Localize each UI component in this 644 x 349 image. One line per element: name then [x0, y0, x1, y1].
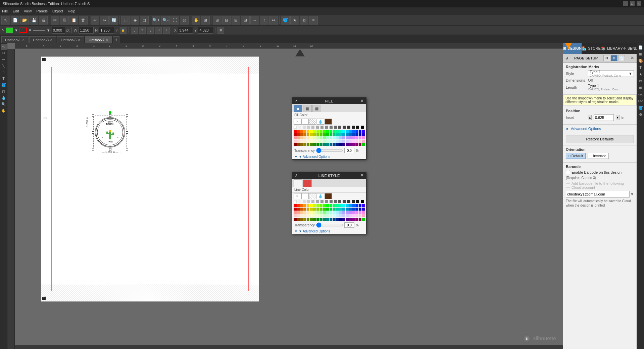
add-button[interactable]: ⊞: [201, 16, 210, 25]
ls-r4[interactable]: [303, 204, 306, 207]
ls-gray-4[interactable]: [311, 200, 314, 203]
ls-r18[interactable]: [349, 204, 352, 207]
inset-increase-button[interactable]: ▼: [616, 115, 620, 120]
ls-r2-13[interactable]: [333, 208, 336, 211]
sg-15[interactable]: [339, 143, 342, 146]
swatch-gray-8[interactable]: [330, 126, 333, 129]
menu-help[interactable]: Help: [68, 9, 76, 13]
s-r3-15[interactable]: [339, 136, 342, 139]
s-r3-13[interactable]: [333, 136, 336, 139]
ls-gray-10[interactable]: [338, 200, 341, 203]
lsg-1[interactable]: [294, 218, 297, 221]
align-tr-button[interactable]: ⌟: [147, 27, 154, 34]
s-r3-3[interactable]: [300, 136, 303, 139]
s-r4-16[interactable]: [342, 140, 345, 143]
close-button[interactable]: ✕: [637, 1, 641, 6]
fill-pattern-swatch[interactable]: [309, 119, 316, 125]
ls-r3-19[interactable]: [352, 211, 355, 214]
inset-value-input[interactable]: [594, 114, 614, 121]
open-button[interactable]: 📂: [20, 16, 29, 25]
ls-r11[interactable]: [326, 204, 329, 207]
sg-16[interactable]: [342, 143, 345, 146]
menu-edit[interactable]: Edit: [13, 9, 19, 13]
s-r4-14[interactable]: [336, 140, 339, 143]
ls-r2-18[interactable]: [349, 208, 352, 211]
ls-gray-0[interactable]: [294, 200, 297, 203]
line-tool[interactable]: ╲: [1, 63, 7, 69]
s-r9[interactable]: [320, 130, 323, 133]
sg-13[interactable]: [333, 143, 336, 146]
typography-icon[interactable]: T: [638, 64, 644, 71]
ls-r2-4[interactable]: [303, 208, 306, 211]
more-options-button[interactable]: ⊞: [217, 27, 224, 34]
line-tab-colored[interactable]: —: [303, 179, 312, 187]
ls-r3-17[interactable]: [346, 211, 349, 214]
width-input[interactable]: [79, 27, 94, 34]
layers-icon[interactable]: ⧉: [638, 78, 644, 84]
repeat-button[interactable]: 🔄: [109, 16, 118, 25]
sg-11[interactable]: [326, 143, 329, 146]
page-setup-icon[interactable]: 📄: [638, 44, 644, 50]
ls-gray-2[interactable]: [303, 200, 306, 203]
s-r2-4[interactable]: [303, 133, 306, 136]
cut-button[interactable]: ✂: [51, 16, 59, 25]
ls-r3-10[interactable]: [323, 211, 326, 214]
s-r3-16[interactable]: [342, 136, 345, 139]
swatch-gray-3[interactable]: [307, 126, 310, 129]
ls-r19[interactable]: [352, 204, 355, 207]
sg-10[interactable]: [323, 143, 326, 146]
s-r8[interactable]: [316, 130, 319, 133]
sg-21[interactable]: [359, 143, 362, 146]
line-transparency-slider[interactable]: [316, 223, 343, 227]
ls-r10[interactable]: [323, 204, 326, 207]
s-r2-12[interactable]: [330, 133, 333, 136]
swatch-gray-10[interactable]: [338, 126, 341, 129]
ls-r3-8[interactable]: [316, 211, 319, 214]
cloud-account-input[interactable]: [566, 191, 630, 198]
s-r4-8[interactable]: [316, 140, 319, 143]
s-r2-2[interactable]: [297, 133, 300, 136]
s-r2-3[interactable]: [300, 133, 303, 136]
s-r3-11[interactable]: [326, 136, 329, 139]
flip-v-button[interactable]: ↕: [260, 16, 268, 25]
y-input[interactable]: [198, 27, 213, 34]
ls-r4-7[interactable]: [313, 214, 316, 217]
nav-send-button[interactable]: ✈ SEND: [623, 43, 638, 54]
fill-none-swatch[interactable]: ✕: [294, 119, 301, 125]
knife-tool[interactable]: ✂: [1, 50, 7, 56]
copy-button[interactable]: ⎘: [60, 16, 69, 25]
s-r3-7[interactable]: [313, 136, 316, 139]
maximize-button[interactable]: □: [630, 1, 635, 6]
lsg-9[interactable]: [320, 218, 323, 221]
align-ml-button[interactable]: ⊣: [155, 27, 162, 34]
lsg-12[interactable]: [330, 218, 333, 221]
stroke-color-swatch[interactable]: [19, 28, 27, 33]
fill-tab-solid[interactable]: ■: [294, 105, 302, 112]
s-r4-15[interactable]: [339, 140, 342, 143]
pt-value-input[interactable]: [52, 27, 65, 34]
fill-tool-button[interactable]: 🪣: [281, 16, 290, 25]
ls-r2-9[interactable]: [320, 208, 323, 211]
ls-r3-11[interactable]: [326, 211, 329, 214]
handle-tr[interactable]: [126, 114, 128, 117]
tab-untitled1[interactable]: Untitled-1 ✕: [1, 36, 29, 43]
ls-r7[interactable]: [313, 204, 316, 207]
s-r10[interactable]: [323, 130, 326, 133]
s-r4-7[interactable]: [313, 140, 316, 143]
line-pattern-swatch[interactable]: [309, 193, 316, 199]
ls-r3-16[interactable]: [342, 211, 345, 214]
horizontal-scrollbar[interactable]: [15, 345, 563, 349]
s-r3-21[interactable]: [359, 136, 362, 139]
ls-r4-20[interactable]: [355, 214, 358, 217]
menu-view[interactable]: View: [24, 9, 32, 13]
eyedropper-tool[interactable]: 💧: [1, 95, 7, 101]
sg-9[interactable]: [320, 143, 323, 146]
line-style-preview[interactable]: ————: [33, 29, 45, 32]
fill-dropdown-arrow[interactable]: ▼: [14, 28, 18, 32]
ls-r4-16[interactable]: [342, 214, 345, 217]
line-eyedropper-swatch[interactable]: 💧: [317, 193, 324, 199]
panel-close-button[interactable]: ✕: [631, 56, 634, 60]
s-r2-9[interactable]: [320, 133, 323, 136]
paste-button[interactable]: 📋: [69, 16, 78, 25]
s-r3-4[interactable]: [303, 136, 306, 139]
